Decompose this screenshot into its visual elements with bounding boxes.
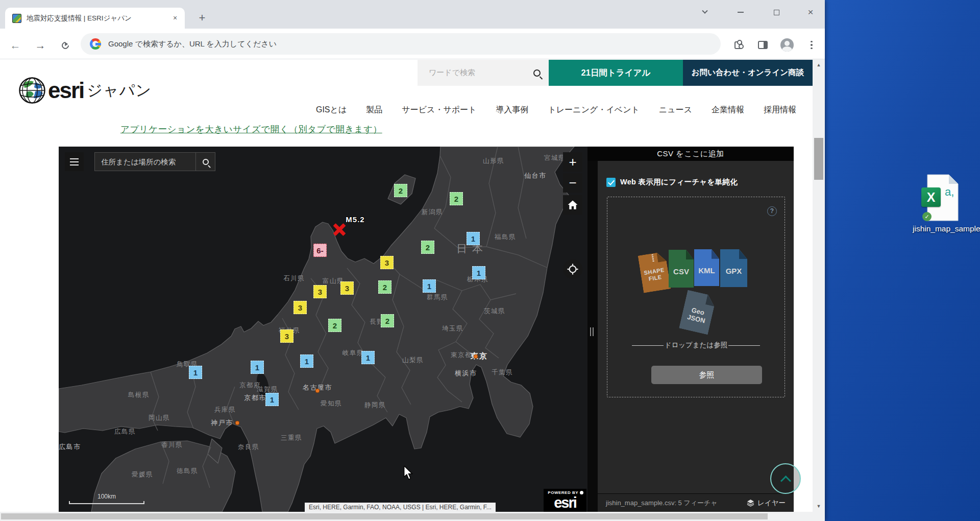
window-minimize-button[interactable]	[732, 4, 749, 20]
intensity-marker[interactable]: 2	[394, 184, 407, 197]
scroll-down-icon[interactable]: ▼	[813, 501, 825, 512]
panel-divider[interactable]	[587, 161, 598, 512]
open-app-link[interactable]: アプリケーションを大きいサイズで開く（別タブで開きます）	[120, 123, 382, 135]
intensity-marker[interactable]: 3	[293, 301, 307, 314]
avatar-icon	[780, 38, 794, 52]
intensity-marker[interactable]: 2	[328, 319, 341, 332]
browser-menu-button[interactable]	[803, 37, 820, 53]
intensity-marker[interactable]: 3	[340, 281, 354, 295]
home-extent-button[interactable]	[563, 195, 582, 215]
map-label: 愛知県	[321, 399, 342, 408]
reload-button[interactable]	[57, 37, 74, 54]
side-panel-button[interactable]	[754, 37, 771, 53]
intensity-marker[interactable]: 1	[423, 279, 436, 293]
nav-item[interactable]: トレーニング・イベント	[548, 105, 640, 115]
map-search-button[interactable]	[195, 153, 215, 171]
esri-logo-text: esri	[547, 495, 583, 510]
esri-logo-badge: POWERED BY esri	[544, 489, 586, 512]
file-type-geo-icon: Geo JSON	[679, 290, 717, 335]
window-close-button[interactable]: ×	[802, 4, 819, 20]
profile-button[interactable]	[779, 37, 795, 53]
intensity-marker[interactable]: 3	[313, 285, 327, 298]
extensions-button[interactable]	[730, 37, 746, 53]
mouse-cursor	[403, 466, 414, 483]
excel-logo: X	[921, 187, 941, 207]
locate-button[interactable]	[563, 259, 582, 279]
site-search-box[interactable]: ワードで検索	[418, 60, 549, 86]
desktop-file-jishin-map-sample[interactable]: X a, ✓ jishin_map_sample	[913, 174, 973, 233]
intensity-marker[interactable]: 3	[280, 329, 293, 343]
city-dot-icon	[315, 389, 320, 393]
intensity-marker[interactable]: 1	[467, 232, 480, 245]
intensity-marker[interactable]: 2	[381, 314, 394, 327]
nav-item[interactable]: 採用情報	[764, 105, 796, 115]
intensity-marker[interactable]: 1	[265, 393, 279, 406]
intensity-marker[interactable]: 1	[361, 351, 375, 364]
trial-button[interactable]: 21日間トライアル	[549, 60, 683, 86]
vertical-scrollbar-thumb[interactable]	[814, 138, 823, 180]
sync-check-icon: ✓	[922, 212, 932, 221]
map-label: 岡山県	[149, 414, 170, 422]
zoom-in-button[interactable]: +	[563, 152, 582, 172]
intensity-marker[interactable]: 2	[450, 192, 463, 205]
intensity-marker[interactable]: 6-	[313, 244, 327, 257]
panel-title: CSV をここに追加	[587, 147, 794, 161]
vertical-scrollbar[interactable]: ▲ ▼	[813, 59, 825, 512]
map-menu-button[interactable]	[65, 152, 84, 171]
map-search-box[interactable]	[94, 152, 215, 171]
epicenter-icon	[332, 222, 347, 236]
scale-bar	[69, 501, 144, 504]
drop-hint-text: ドロップまたは参照	[664, 341, 729, 350]
esri-japan-logo[interactable]: esri ジャパン	[18, 77, 152, 104]
reload-icon	[60, 40, 70, 51]
nav-item[interactable]: 企業情報	[712, 105, 744, 115]
browser-window: 地震対応支援情報 | ESRIジャパン × + × ← → Google で検索…	[0, 0, 825, 521]
nav-item[interactable]: ニュース	[659, 105, 692, 115]
layers-toggle[interactable]: レイヤー	[747, 499, 786, 508]
forward-button[interactable]: →	[32, 37, 49, 54]
map-label: 島根県	[128, 391, 150, 399]
intensity-marker[interactable]: 1	[251, 361, 264, 374]
nav-item[interactable]: 導入事例	[496, 105, 529, 115]
file-type-kml-icon: KML	[694, 249, 719, 286]
zoom-out-button[interactable]: −	[563, 173, 582, 193]
map-search-input[interactable]	[95, 158, 195, 166]
intensity-marker[interactable]: 1	[189, 366, 202, 379]
collapse-handle-icon[interactable]	[590, 327, 594, 336]
search-icon	[533, 69, 541, 77]
map-label: 福島県	[495, 233, 516, 242]
intensity-marker[interactable]: 3	[380, 256, 394, 269]
scroll-up-icon[interactable]: ▲	[813, 59, 825, 70]
tab-title: 地震対応支援情報 | ESRIジャパン	[27, 14, 170, 23]
intensity-marker[interactable]: 1	[300, 354, 313, 368]
city-dot-icon	[235, 421, 240, 425]
contact-button[interactable]: お問い合わせ・オンライン商談	[683, 60, 813, 86]
nav-item[interactable]: GISとは	[316, 105, 347, 115]
map-label: 群馬県	[427, 293, 448, 302]
csv-file-icon: X a, ✓	[926, 174, 959, 221]
horizontal-scrollbar[interactable]	[0, 512, 825, 521]
file-dropzone[interactable]: ? SHAPE FILECSVKMLGPXGeo JSON ドロップまたは参照 …	[607, 197, 785, 397]
browser-tab[interactable]: 地震対応支援情報 | ESRIジャパン ×	[5, 8, 185, 29]
simplify-checkbox-row[interactable]: Web 表示用にフィーチャを単純化	[606, 177, 738, 187]
intensity-marker[interactable]: 1	[472, 266, 485, 279]
chevron-up-icon	[780, 476, 791, 486]
tab-close-icon[interactable]: ×	[170, 14, 180, 23]
horizontal-scrollbar-thumb[interactable]	[1, 513, 768, 519]
browse-button[interactable]: 参照	[651, 366, 762, 384]
nav-item[interactable]: サービス・サポート	[402, 105, 476, 115]
window-maximize-button[interactable]	[768, 4, 785, 20]
checkbox-checked-icon[interactable]	[606, 178, 616, 187]
tab-search-chevron-icon[interactable]	[697, 4, 713, 20]
back-button[interactable]: ←	[7, 37, 24, 54]
address-bar[interactable]: Google で検索するか、URL を入力してください	[81, 33, 721, 55]
new-tab-button[interactable]: +	[195, 11, 209, 26]
nav-item[interactable]: 製品	[366, 105, 382, 115]
scroll-to-top-button[interactable]	[770, 463, 801, 494]
intensity-marker[interactable]: 2	[378, 280, 391, 294]
tab-favicon-icon	[12, 14, 21, 23]
map-label: 石川県	[283, 274, 305, 283]
csv-panel: CSV をここに追加 Web 表示用にフィーチャを単純化 ? SHAPE FIL…	[587, 147, 794, 512]
intensity-marker[interactable]: 2	[421, 241, 434, 254]
map-canvas[interactable]: 宮城県仙台市山形県新潟県福島県日本栃木県群馬県茨城県埼玉県長野県山梨県東京都東京…	[59, 147, 587, 512]
